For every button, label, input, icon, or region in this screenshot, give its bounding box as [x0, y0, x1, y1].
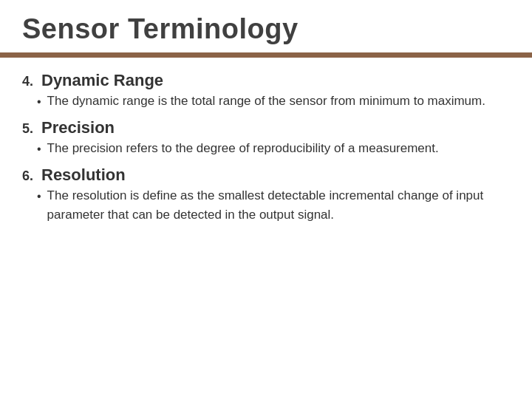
section-6-bullet-text-1: The resolution is define as the smallest… [47, 186, 510, 224]
section-5-bullet-1: • The precision refers to the degree of … [37, 139, 510, 158]
bullet-icon-3: • [37, 188, 41, 205]
section-6-bullet-1: • The resolution is define as the smalle… [37, 186, 510, 224]
content-area: 4. Dynamic Range • The dynamic range is … [0, 71, 532, 224]
section-4-title: Dynamic Range [41, 71, 163, 90]
title-bar: Sensor Terminology [0, 0, 532, 52]
slide: Sensor Terminology 4. Dynamic Range • Th… [0, 0, 532, 399]
section-5-bullet-text-1: The precision refers to the degree of re… [47, 139, 510, 158]
section-4-bullet-text-1: The dynamic range is the total range of … [47, 92, 510, 111]
section-6-header: 6. Resolution [22, 166, 510, 185]
section-dynamic-range: 4. Dynamic Range • The dynamic range is … [22, 71, 510, 111]
bullet-icon-1: • [37, 93, 41, 111]
section-5-number: 5. [22, 121, 38, 137]
section-precision: 5. Precision • The precision refers to t… [22, 118, 510, 158]
section-4-number: 4. [22, 74, 38, 89]
bullet-icon-2: • [37, 140, 41, 158]
section-4-header: 4. Dynamic Range [22, 71, 510, 90]
accent-bar [0, 52, 532, 58]
section-5-title: Precision [41, 118, 115, 137]
section-5-header: 5. Precision [22, 118, 510, 137]
section-resolution: 6. Resolution • The resolution is define… [22, 166, 510, 224]
section-4-bullet-1: • The dynamic range is the total range o… [37, 92, 510, 111]
section-6-title: Resolution [41, 166, 126, 185]
section-6-number: 6. [22, 168, 38, 184]
slide-title: Sensor Terminology [22, 13, 510, 45]
